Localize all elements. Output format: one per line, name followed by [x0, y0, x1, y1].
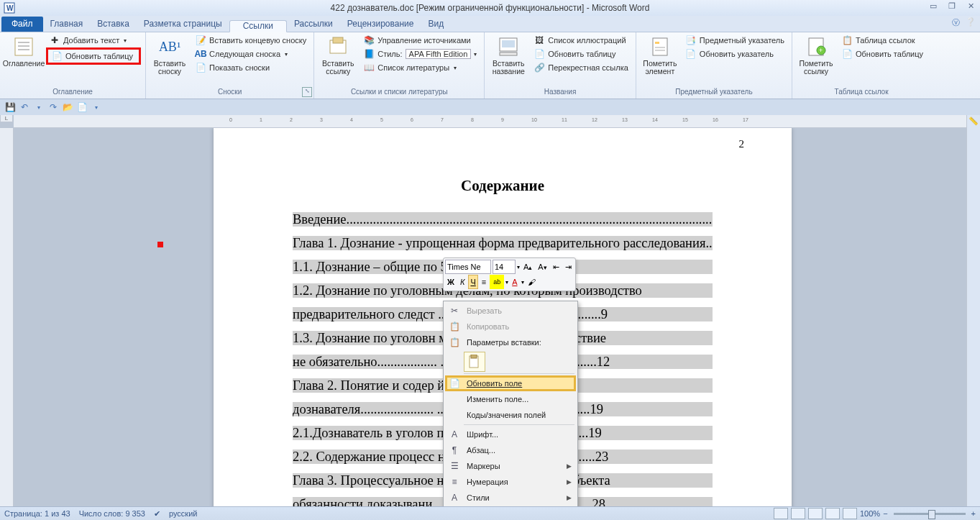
update-index-button[interactable]: 📄Обновить указатель: [682, 47, 787, 60]
zoom-slider[interactable]: [894, 513, 966, 515]
illustrations-icon: 🖼: [533, 35, 545, 46]
status-language[interactable]: русский: [169, 509, 197, 518]
tab-layout[interactable]: Разметка страницы: [137, 17, 229, 32]
bold-button[interactable]: Ж: [445, 275, 457, 289]
decrease-indent-icon[interactable]: ⇤: [551, 260, 562, 274]
show-notes-icon: 📄: [195, 62, 206, 73]
tab-references[interactable]: Ссылки: [229, 20, 287, 32]
increase-indent-icon[interactable]: ⇥: [563, 260, 574, 274]
manage-sources-button[interactable]: 📚Управление источниками: [360, 34, 480, 47]
ctx-bullets[interactable]: ☰Маркеры▶: [445, 458, 576, 474]
mark-entry-label: Пометить элемент: [643, 60, 677, 76]
svg-rect-2: [15, 38, 32, 55]
new-doc-icon[interactable]: 📄: [76, 101, 88, 113]
insert-caption-button[interactable]: Вставить название: [489, 34, 528, 76]
undo-icon[interactable]: ↶: [19, 101, 30, 113]
ctx-edit-field[interactable]: Изменить поле...: [445, 391, 576, 407]
styles-icon: A: [448, 492, 461, 503]
underline-button[interactable]: Ч: [468, 275, 477, 289]
style-selector[interactable]: 📘Стиль: APA Fifth Edition▾: [360, 47, 480, 60]
view-outline-icon[interactable]: [825, 508, 840, 519]
tab-mailings[interactable]: Рассылки: [287, 17, 340, 32]
authorities-button[interactable]: 📋Таблица ссылок: [838, 34, 926, 47]
update-authorities-button[interactable]: 📄Обновить таблицу: [838, 47, 926, 60]
bibliography-icon: 📖: [363, 62, 375, 73]
qat-customize-icon[interactable]: ▾: [91, 101, 102, 113]
update-auth-label: Обновить таблицу: [856, 50, 923, 58]
toc-line[interactable]: Глава 1. Дознание - упрощенная форма пре…: [293, 236, 713, 250]
font-size-selector[interactable]: [493, 260, 516, 274]
endnote-label: Вставить концевую сноску: [209, 36, 306, 45]
update-toc-button[interactable]: 📄Обновить таблицу: [46, 47, 141, 65]
toc-button[interactable]: Оглавление: [4, 34, 43, 68]
folder-icon[interactable]: 📂: [62, 101, 73, 113]
tab-view[interactable]: Вид: [421, 17, 451, 32]
highlight-icon[interactable]: ab: [490, 275, 504, 289]
add-text-button[interactable]: ✚Добавить текст▾: [46, 34, 141, 47]
zoom-in-icon[interactable]: +: [971, 509, 976, 518]
minimize-icon[interactable]: ▭: [927, 1, 940, 11]
undo-dropdown-icon[interactable]: ▾: [33, 101, 45, 113]
ctx-update-field[interactable]: 📄Обновить поле: [445, 375, 576, 391]
update-captions-button[interactable]: 📄Обновить таблицу: [531, 47, 631, 60]
ctx-font[interactable]: AШрифт...: [445, 427, 576, 442]
show-notes-label: Показать сноски: [209, 63, 270, 72]
spellcheck-icon[interactable]: ✔: [154, 509, 160, 519]
help-icon[interactable]: ❔: [966, 17, 976, 28]
ctx-paragraph[interactable]: ¶Абзац...: [445, 442, 576, 458]
ctx-copy[interactable]: 📋Копировать: [445, 319, 576, 334]
footnotes-launcher[interactable]: ⤡: [302, 87, 312, 97]
shrink-font-icon[interactable]: A▾: [536, 260, 549, 274]
save-icon[interactable]: 💾: [4, 101, 16, 113]
view-draft-icon[interactable]: [843, 508, 857, 519]
zoom-level[interactable]: 100%: [860, 509, 880, 518]
bibliography-button[interactable]: 📖Список литературы▾: [360, 61, 480, 74]
next-footnote-button[interactable]: ABСледующая сноска▾: [192, 47, 309, 60]
tab-file[interactable]: Файл: [1, 17, 43, 32]
svg-rect-7: [333, 37, 343, 43]
ctx-toggle-codes[interactable]: Коды/значения полей: [445, 407, 576, 423]
tab-home[interactable]: Главная: [43, 17, 91, 32]
ribbon-minimize-icon[interactable]: ⓥ: [952, 17, 960, 28]
ctx-cut[interactable]: ✂Вырезать: [445, 303, 576, 319]
redo-icon[interactable]: ↷: [47, 101, 59, 113]
mark-entry-button[interactable]: Пометить элемент: [641, 34, 679, 76]
paste-option-keep-text[interactable]: [464, 352, 485, 372]
styles-label: Стили: [467, 493, 490, 502]
font-family-selector[interactable]: [445, 260, 491, 274]
insert-citation-button[interactable]: Вставить ссылку: [319, 34, 357, 76]
toc-line[interactable]: Введение................................…: [293, 212, 713, 227]
zoom-out-icon[interactable]: −: [883, 509, 887, 518]
ruler-toggle-icon[interactable]: 📏: [967, 117, 980, 126]
show-notes-button[interactable]: 📄Показать сноски: [192, 61, 309, 74]
ribbon: Оглавление ✚Добавить текст▾ 📄Обновить та…: [0, 32, 980, 99]
view-web-icon[interactable]: [808, 508, 823, 519]
illustrations-button[interactable]: 🖼Список иллюстраций: [531, 34, 631, 47]
align-center-icon[interactable]: ≡: [480, 275, 488, 289]
grow-font-icon[interactable]: A▴: [521, 260, 534, 274]
format-painter-icon[interactable]: 🖌: [526, 275, 538, 289]
style-value[interactable]: APA Fifth Edition: [406, 49, 472, 59]
crossref-button[interactable]: 🔗Перекрестная ссылка: [531, 61, 631, 74]
view-print-layout-icon[interactable]: [774, 508, 788, 519]
insert-index-button[interactable]: 📑Предметный указатель: [682, 34, 787, 47]
ctx-numbering[interactable]: ≡Нумерация▶: [445, 474, 576, 490]
cut-icon: ✂: [448, 305, 461, 316]
status-page[interactable]: Страница: 1 из 43: [4, 509, 70, 518]
maximize-icon[interactable]: ❐: [945, 1, 958, 11]
tab-insert[interactable]: Вставка: [90, 17, 137, 32]
mark-citation-button[interactable]: + Пометить ссылку: [797, 34, 835, 76]
view-fullscreen-icon[interactable]: [791, 508, 805, 519]
status-words[interactable]: Число слов: 9 353: [79, 509, 145, 518]
group-toc-title: Оглавление: [4, 88, 141, 97]
ctx-styles[interactable]: AСтили▶: [445, 490, 576, 506]
endnote-button[interactable]: 📝Вставить концевую сноску: [192, 34, 309, 47]
tab-review[interactable]: Рецензирование: [340, 17, 421, 32]
font-color-icon[interactable]: A: [510, 275, 519, 289]
insert-footnote-button[interactable]: AB¹ Вставить сноску: [150, 34, 189, 76]
close-icon[interactable]: ✕: [964, 1, 977, 11]
group-index-title: Предметный указатель: [641, 88, 787, 97]
caption-label: Вставить название: [493, 60, 525, 76]
page-area[interactable]: 2 Содержание Введение...................…: [14, 128, 980, 507]
italic-button[interactable]: К: [458, 275, 467, 289]
